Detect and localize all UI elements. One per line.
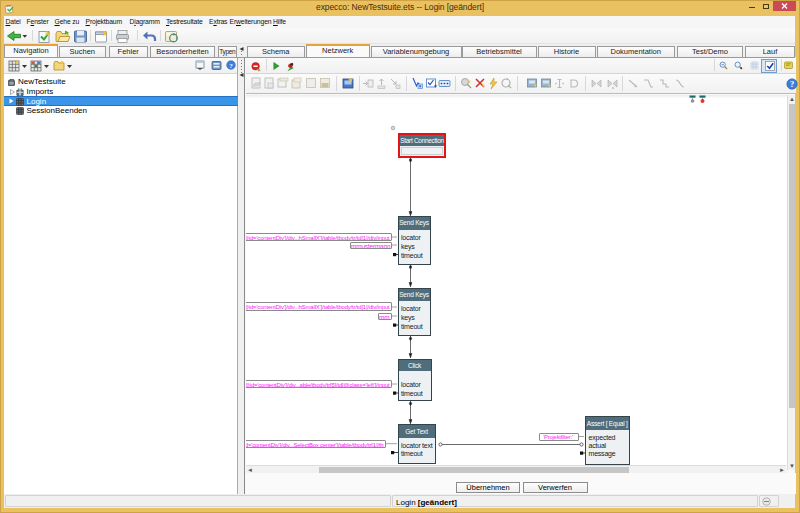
svg-text:?: ?: [790, 79, 794, 89]
svg-text:?: ?: [229, 62, 233, 70]
